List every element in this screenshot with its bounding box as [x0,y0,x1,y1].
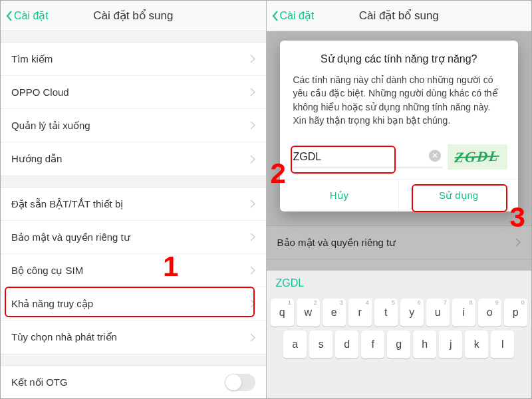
row-privacy[interactable]: Bảo mật và quyền riêng tư [1,221,266,254]
chevron-right-icon [250,55,255,63]
key-h[interactable]: h [413,331,436,358]
settings-group-2: Đặt sẵn BẬT/TẮT thiết bị Bảo mật và quyề… [1,187,266,354]
keyboard-row-1: q1 w2 e3 r4 t5 y6 u7 i8 o9 p0 [269,299,530,327]
key-r[interactable]: r4 [348,299,372,327]
captcha-image: ZGDL [448,144,508,170]
row-accessibility[interactable]: Khả năng truy cập [1,287,266,321]
phone-left: Cài đặt Cài đặt bổ sung Tìm kiếm OPPO Cl… [1,1,266,398]
key-u[interactable]: u7 [426,299,450,327]
key-y[interactable]: y6 [400,299,424,327]
confirm-button[interactable]: Sử dụng [399,180,518,211]
settings-group-1: Tìm kiếm OPPO Cloud Quản lý tải xuống Hư… [1,42,266,176]
row-developer-options[interactable]: Tùy chọn nhà phát triển [1,321,266,354]
row-guide[interactable]: Hướng dẫn [1,142,266,176]
chevron-right-icon [250,200,255,208]
back-button[interactable]: Cài đặt [267,9,315,22]
row-scheduled-power[interactable]: Đặt sẵn BẬT/TẮT thiết bị [1,188,266,221]
chevron-left-icon [6,11,13,21]
captcha-input[interactable] [293,146,442,168]
key-k[interactable]: k [465,331,488,358]
key-s[interactable]: s [309,331,332,358]
chevron-right-icon [250,155,255,164]
key-d[interactable]: d [335,331,358,358]
row-sim-toolkit[interactable]: Bộ công cụ SIM [1,254,266,287]
back-button[interactable]: Cài đặt [1,9,49,22]
key-o[interactable]: o9 [478,299,501,327]
keyboard-suggestion[interactable]: ZGDL [267,271,532,296]
key-f[interactable]: f [361,331,384,358]
key-i[interactable]: i8 [452,299,475,327]
key-q[interactable]: q1 [271,299,294,327]
dialog-body: Các tính năng này chỉ dành cho những ngư… [293,73,505,127]
row-otg[interactable]: Kết nối OTG [1,366,266,398]
accessibility-dialog: Sử dụng các tính năng trợ năng? Các tính… [280,41,519,211]
clear-input-icon[interactable]: ✕ [429,150,441,162]
key-l[interactable]: l [491,331,514,358]
keyboard-row-2: a s d f g h j k l [269,331,530,358]
keyboard: ZGDL q1 w2 e3 r4 t5 y6 u7 i8 o9 p0 a s [267,271,532,398]
back-label: Cài đặt [14,9,49,22]
settings-group-3: Kết nối OTG [1,365,266,398]
toggle-otg[interactable] [225,374,255,391]
chevron-right-icon [250,299,255,308]
chevron-right-icon [250,333,255,342]
key-t[interactable]: t5 [374,299,398,327]
chevron-right-icon [250,266,255,275]
cancel-button[interactable]: Hủy [280,180,400,211]
row-search[interactable]: Tìm kiếm [1,43,266,76]
header: Cài đặt Cài đặt bổ sung [267,1,532,31]
chevron-right-icon [250,88,255,96]
key-w[interactable]: w2 [297,299,320,327]
dialog-title: Sử dụng các tính năng trợ năng? [293,53,505,65]
chevron-right-icon [250,233,255,241]
key-p[interactable]: p0 [504,299,527,327]
key-e[interactable]: e3 [323,299,346,327]
row-downloads[interactable]: Quản lý tải xuống [1,109,266,142]
key-g[interactable]: g [387,331,410,358]
back-label: Cài đặt [280,9,315,22]
chevron-right-icon [250,121,255,130]
header: Cài đặt Cài đặt bổ sung [1,1,266,31]
chevron-left-icon [272,11,279,21]
row-oppo-cloud[interactable]: OPPO Cloud [1,76,266,109]
phone-right: Cài đặt Cài đặt bổ sung Bảo mật và quyền… [267,1,532,398]
key-j[interactable]: j [439,331,462,358]
key-a[interactable]: a [283,331,307,358]
